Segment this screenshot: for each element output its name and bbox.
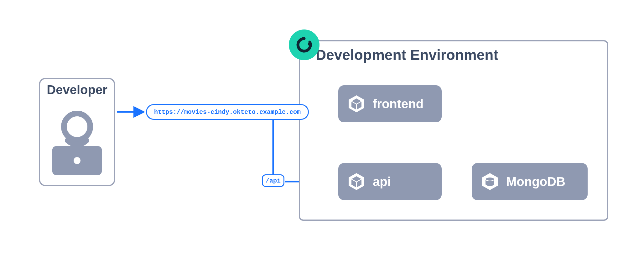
diagram-canvas: Developer Development Environment https:… [0, 0, 644, 265]
svg-point-6 [64, 114, 90, 140]
okteto-badge-icon [289, 29, 319, 60]
svg-point-8 [308, 43, 310, 45]
database-icon [480, 172, 499, 191]
node-api-label: api [373, 175, 391, 189]
api-path-text: /api [266, 177, 281, 184]
node-frontend: frontend [338, 85, 442, 122]
api-path-pill: /api [262, 174, 284, 187]
cube-icon [347, 94, 366, 113]
developer-icon [50, 106, 104, 175]
url-text: https://movies-cindy.okteto.example.com [154, 109, 301, 116]
developer-title: Developer [40, 83, 114, 97]
node-mongodb: MongoDB [472, 163, 588, 200]
developer-box: Developer [39, 78, 115, 186]
node-mongodb-label: MongoDB [506, 175, 565, 189]
url-pill: https://movies-cindy.okteto.example.com [146, 104, 309, 120]
node-api: api [338, 163, 442, 200]
svg-point-7 [74, 157, 80, 164]
environment-title: Development Environment [316, 46, 498, 63]
node-frontend-label: frontend [373, 97, 423, 111]
cube-icon [347, 172, 366, 191]
